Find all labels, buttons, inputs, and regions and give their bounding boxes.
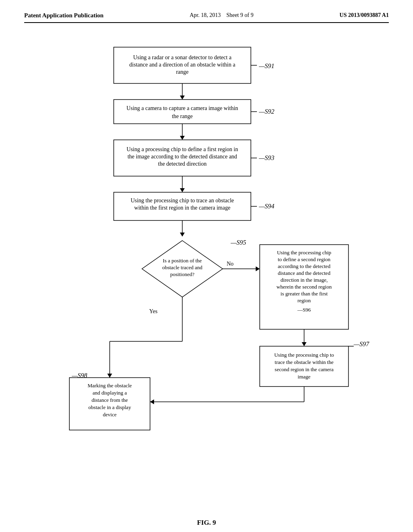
svg-text:—S96: —S96 (297, 307, 311, 313)
svg-text:—S93: —S93 (259, 154, 274, 161)
svg-text:region: region (297, 297, 311, 303)
svg-text:second region in the camera: second region in the camera (275, 366, 334, 372)
figure-label: FIG. 9 (24, 519, 389, 527)
svg-text:distance and the detected: distance and the detected (278, 270, 331, 276)
svg-text:—S94: —S94 (259, 203, 274, 210)
svg-text:positioned?: positioned? (170, 271, 194, 277)
svg-marker-7 (180, 96, 185, 100)
svg-text:Using the processing chip: Using the processing chip (277, 249, 332, 256)
svg-text:Yes: Yes (149, 308, 157, 314)
svg-text:Using a camera to capture a ca: Using a camera to capture a camera image… (127, 105, 238, 111)
flowchart-diagram: Using a radar or a sonar detector to det… (33, 39, 380, 507)
svg-text:obstacle traced and: obstacle traced and (162, 264, 202, 270)
svg-text:Marking the obstacle: Marking the obstacle (88, 382, 132, 389)
svg-text:is greater than the first: is greater than the first (281, 291, 328, 297)
page: Patent Application Publication Apr. 18, … (0, 0, 413, 532)
svg-text:the detected direction: the detected direction (158, 161, 207, 167)
svg-text:Is a position of the: Is a position of the (163, 258, 202, 264)
svg-marker-14 (180, 136, 185, 140)
svg-marker-29 (180, 233, 185, 237)
svg-marker-22 (180, 188, 185, 192)
svg-text:Using the processing chip to: Using the processing chip to (274, 352, 334, 358)
svg-marker-50 (302, 342, 307, 346)
svg-text:within the first region in the: within the first region in the camera im… (134, 205, 230, 211)
svg-text:Using the processing chip to t: Using the processing chip to trace an ob… (131, 197, 234, 204)
svg-text:distance and a direction of an: distance and a direction of an obstacle … (129, 62, 236, 68)
svg-text:wherein the second region: wherein the second region (277, 284, 332, 290)
svg-text:trace the obstacle within the: trace the obstacle within the (275, 359, 334, 365)
svg-text:—S98: —S98 (71, 372, 87, 379)
svg-text:image: image (298, 374, 311, 380)
svg-text:No: No (227, 261, 234, 267)
svg-rect-8 (114, 100, 251, 124)
svg-text:to define a second region: to define a second region (278, 256, 331, 262)
svg-text:Using a radar or a sonar detec: Using a radar or a sonar detector to det… (133, 54, 232, 60)
svg-marker-38 (256, 266, 260, 271)
header: Patent Application Publication Apr. 18, … (24, 12, 389, 23)
sheet-info: Sheet 9 of 9 (226, 12, 253, 18)
svg-text:Using a processing chip to def: Using a processing chip to define a firs… (127, 146, 238, 152)
svg-text:obstacle in a display: obstacle in a display (88, 404, 131, 410)
svg-text:—S97: —S97 (353, 341, 369, 347)
svg-text:distance from the: distance from the (92, 397, 128, 403)
svg-text:direction in the image,: direction in the image, (281, 277, 328, 283)
svg-text:—S92: —S92 (259, 108, 274, 115)
svg-text:and displaying a: and displaying a (92, 390, 127, 396)
svg-text:the range: the range (172, 113, 193, 119)
svg-text:according to the detected: according to the detected (278, 263, 331, 269)
svg-marker-71 (107, 374, 112, 378)
patent-number: US 2013/0093887 A1 (340, 12, 389, 19)
svg-text:—S91: —S91 (259, 62, 274, 69)
svg-marker-60 (150, 399, 154, 404)
svg-text:—S95: —S95 (230, 239, 246, 246)
svg-text:device: device (103, 411, 117, 418)
patent-publication-label: Patent Application Publication (24, 12, 104, 19)
svg-text:the image according to the det: the image according to the detected dist… (127, 154, 237, 160)
svg-text:range: range (176, 69, 188, 75)
publication-date: Apr. 18, 2013 (190, 12, 221, 18)
header-center: Apr. 18, 2013 Sheet 9 of 9 (190, 12, 253, 19)
